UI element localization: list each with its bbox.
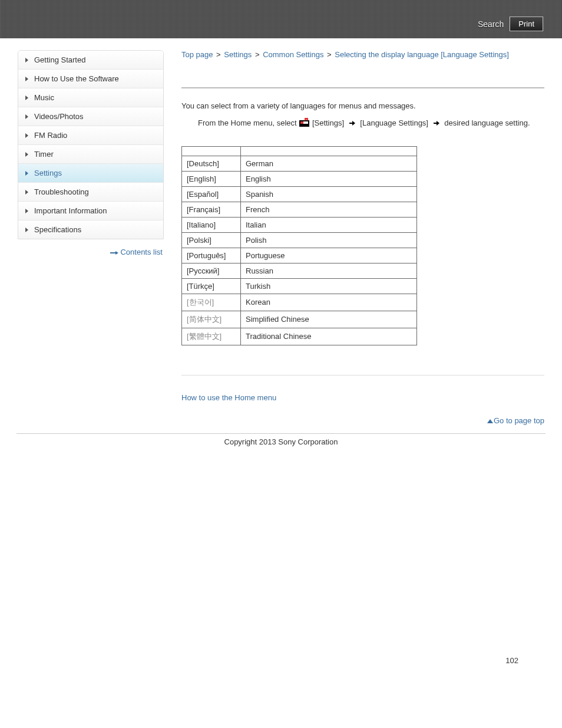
caret-right-icon: [25, 58, 28, 62]
caret-right-icon: [25, 209, 28, 213]
contents-list-wrap: Contents list: [18, 239, 164, 256]
table-cell-key: [Português]: [182, 248, 241, 263]
breadcrumb-separator: >: [325, 50, 333, 59]
table-row: [繁體中文]Traditional Chinese: [182, 328, 417, 345]
sidebar-item[interactable]: Troubleshooting: [18, 183, 163, 202]
sidebar: Getting StartedHow to Use the SoftwareMu…: [18, 50, 164, 425]
breadcrumb-separator: >: [214, 50, 223, 59]
sidebar-item-label: How to Use the Software: [34, 74, 119, 83]
arrow-right-icon: [434, 121, 439, 126]
sidebar-item[interactable]: Settings: [18, 164, 163, 183]
caret-right-icon: [25, 133, 28, 138]
table-cell-value: English: [241, 171, 417, 186]
table-cell-key: [简体中文]: [182, 311, 241, 328]
breadcrumb-link[interactable]: Top page: [181, 50, 213, 59]
sidebar-item[interactable]: Timer: [18, 145, 163, 164]
table-row: [Русский]Russian: [182, 263, 417, 278]
table-cell-value: Traditional Chinese: [241, 328, 417, 345]
contents-list-link[interactable]: Contents list: [110, 248, 163, 256]
sidebar-item[interactable]: Music: [18, 88, 163, 107]
sidebar-item-label: Troubleshooting: [34, 187, 89, 196]
caret-right-icon: [25, 228, 28, 232]
page-top-wrap: Go to page top: [181, 416, 544, 425]
sidebar-item-label: Settings: [34, 169, 62, 177]
sidebar-item-label: Videos/Photos: [34, 112, 84, 121]
page-top-label: Go to page top: [494, 416, 544, 425]
header-actions: Search Print: [478, 17, 543, 31]
header-band: Search Print: [0, 0, 562, 38]
arrow-right-icon: [349, 121, 355, 126]
divider-top: [181, 87, 544, 88]
main-wrap: Getting StartedHow to Use the SoftwareMu…: [0, 38, 562, 431]
sidebar-item-label: FM Radio: [34, 131, 67, 140]
settings-icon: [299, 120, 309, 127]
table-row: [Türkçe]Turkish: [182, 278, 417, 294]
caret-right-icon: [25, 77, 28, 81]
caret-right-icon: [25, 171, 28, 176]
related-link[interactable]: How to use the Home menu: [181, 393, 276, 402]
table-cell-value: Simplified Chinese: [241, 311, 417, 328]
table-cell-value: Polish: [241, 232, 417, 248]
table-cell-value: Korean: [241, 294, 417, 311]
table-row: [Português]Portuguese: [182, 248, 417, 263]
table-cell-key: [Русский]: [182, 263, 241, 278]
breadcrumb-link[interactable]: Settings: [224, 50, 252, 59]
sidebar-item[interactable]: Getting Started: [18, 51, 163, 70]
table-header: [241, 146, 417, 156]
table-row: [简体中文]Simplified Chinese: [182, 311, 417, 328]
sidebar-item-label: Specifications: [34, 225, 81, 234]
table-cell-value: Russian: [241, 263, 417, 278]
arrow-right-icon: [110, 251, 118, 255]
svg-rect-2: [300, 121, 303, 124]
divider-bottom: [181, 375, 544, 375]
table-cell-value: Spanish: [241, 186, 417, 202]
table-cell-key: [Español]: [182, 186, 241, 202]
copyright-text: Copyright 2013 Sony Corporation: [0, 434, 562, 450]
instruction-step1: [Settings]: [312, 118, 344, 127]
search-link[interactable]: Search: [478, 19, 504, 29]
instruction-prefix: From the Home menu, select: [198, 118, 297, 127]
sidebar-item[interactable]: Important Information: [18, 202, 163, 220]
content-area: Top page > Settings > Common Settings > …: [181, 50, 544, 425]
table-cell-key: [繁體中文]: [182, 328, 241, 345]
table-cell-key: [Français]: [182, 202, 241, 217]
instruction: From the Home menu, select [Settings] [L…: [198, 117, 544, 130]
sidebar-item-label: Music: [34, 93, 54, 102]
sidebar-list: Getting StartedHow to Use the SoftwareMu…: [18, 50, 164, 239]
table-cell-value: Turkish: [241, 278, 417, 294]
table-row: [Français]French: [182, 202, 417, 217]
page-number: 102: [0, 450, 562, 677]
table-row: [Deutsch]German: [182, 156, 417, 171]
caret-right-icon: [25, 152, 28, 157]
breadcrumb-current: Selecting the display language [Language…: [335, 50, 509, 59]
caret-right-icon: [25, 95, 28, 100]
table-cell-key: [Türkçe]: [182, 278, 241, 294]
triangle-up-icon: [487, 419, 493, 423]
sidebar-item-label: Getting Started: [34, 55, 85, 64]
table-row: [Polski]Polish: [182, 232, 417, 248]
table-cell-value: Italian: [241, 217, 417, 232]
table-cell-key: [한국어]: [182, 294, 241, 311]
instruction-step3: desired language setting.: [444, 118, 530, 127]
table-row: [Italiano]Italian: [182, 217, 417, 232]
breadcrumb-link[interactable]: Common Settings: [263, 50, 323, 59]
sidebar-item[interactable]: Videos/Photos: [18, 107, 163, 126]
table-cell-key: [Italiano]: [182, 217, 241, 232]
table-cell-key: [English]: [182, 171, 241, 186]
instruction-step2: [Language Settings]: [360, 118, 428, 127]
sidebar-item[interactable]: Specifications: [18, 220, 163, 239]
go-to-page-top-link[interactable]: Go to page top: [487, 416, 544, 425]
sidebar-item[interactable]: How to Use the Software: [18, 70, 163, 88]
sidebar-item-label: Timer: [34, 150, 54, 159]
sidebar-item[interactable]: FM Radio: [18, 126, 163, 145]
breadcrumb-separator: >: [253, 50, 262, 59]
intro-text: You can select from a variety of languag…: [181, 101, 544, 110]
print-button[interactable]: Print: [510, 17, 543, 31]
language-table: [Deutsch]German[English]English[Español]…: [181, 146, 417, 345]
table-row: [English]English: [182, 171, 417, 186]
table-cell-value: Portuguese: [241, 248, 417, 263]
caret-right-icon: [25, 114, 28, 119]
table-header: [182, 146, 241, 156]
sidebar-item-label: Important Information: [34, 206, 107, 215]
caret-right-icon: [25, 190, 28, 195]
